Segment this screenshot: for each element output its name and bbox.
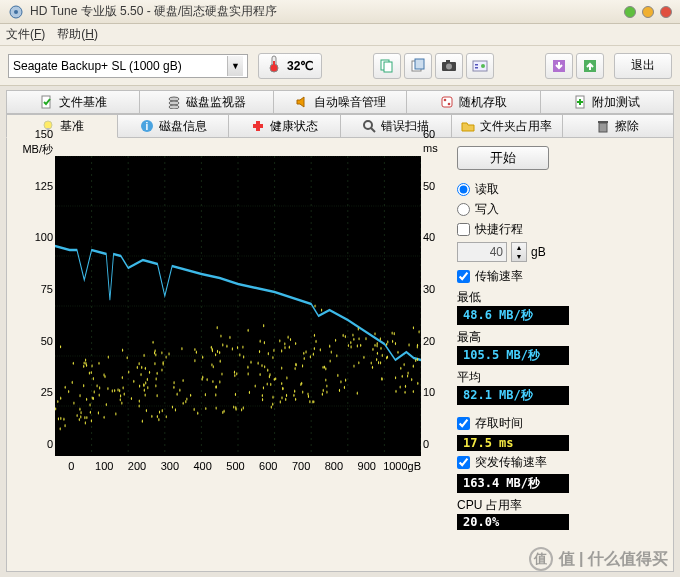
svg-point-86 [139,362,140,365]
svg-point-115 [248,329,249,332]
svg-point-358 [358,361,359,364]
svg-point-271 [262,394,263,397]
access-time-check[interactable]: 存取时间 [457,415,665,432]
exit-button[interactable]: 退出 [614,53,672,79]
svg-point-190 [285,398,286,401]
svg-point-160 [263,324,264,327]
svg-point-237 [413,390,414,393]
svg-point-71 [215,353,216,356]
svg-point-10 [446,63,452,69]
screenshot-button[interactable] [435,53,463,79]
svg-point-246 [353,338,354,341]
svg-point-348 [223,410,224,413]
svg-rect-4 [273,61,275,68]
svg-point-188 [344,386,345,389]
svg-point-241 [90,411,91,414]
svg-point-102 [98,362,99,365]
svg-point-219 [417,382,418,385]
svg-point-281 [161,351,162,354]
magnifier-icon [362,119,376,133]
shortstroke-check[interactable]: 快捷行程 [457,221,665,238]
svg-point-52 [83,365,84,368]
svg-point-161 [280,400,281,403]
svg-point-279 [411,378,412,381]
tab-extra-tests[interactable]: 附加测试 [541,90,674,114]
copy-screenshot-button[interactable] [404,53,432,79]
svg-point-50 [234,371,235,374]
svg-point-146 [219,351,220,354]
tab-file-benchmark[interactable]: 文件基准 [6,90,140,114]
svg-point-97 [152,341,153,344]
svg-point-320 [407,374,408,377]
svg-point-99 [166,415,167,418]
svg-point-20 [169,101,179,105]
svg-point-138 [156,377,157,380]
minimize-button[interactable] [624,6,636,18]
svg-point-247 [281,396,282,399]
tab-erase[interactable]: 擦除 [563,114,674,138]
svg-point-298 [242,346,243,349]
tab-benchmark[interactable]: 基准 [6,114,118,138]
drive-select[interactable]: Seagate Backup+ SL (1000 gB) ▼ [8,54,248,78]
svg-point-213 [358,327,359,330]
tab-disk-monitor[interactable]: 磁盘监视器 [140,90,273,114]
svg-point-139 [314,334,315,337]
svg-point-64 [84,361,85,364]
svg-point-282 [89,403,90,406]
svg-point-72 [215,393,216,396]
tab-folder-usage[interactable]: 文件夹占用率 [452,114,563,138]
svg-point-335 [405,385,406,388]
max-label: 最高 [457,329,665,346]
svg-point-345 [154,362,155,365]
svg-point-135 [408,371,409,374]
copy-info-button[interactable] [373,53,401,79]
svg-point-284 [157,415,158,418]
svg-point-322 [241,408,242,411]
svg-point-154 [234,374,235,377]
svg-point-111 [217,350,218,353]
svg-point-325 [413,365,414,368]
svg-point-337 [267,369,268,372]
svg-point-79 [404,391,405,394]
svg-point-170 [92,396,93,399]
save-button[interactable] [545,53,573,79]
svg-point-96 [395,342,396,345]
svg-point-352 [141,366,142,369]
maximize-button[interactable] [642,6,654,18]
burst-rate-check[interactable]: 突发传输速率 [457,454,665,471]
load-button[interactable] [576,53,604,79]
tab-random-access[interactable]: 随机存取 [407,90,540,114]
transfer-rate-check[interactable]: 传输速率 [457,268,665,285]
svg-point-318 [296,363,297,366]
svg-point-145 [392,340,393,343]
shortstroke-spinner[interactable]: ▲▼ [511,242,527,262]
svg-point-249 [243,355,244,358]
svg-point-275 [282,387,283,390]
svg-point-177 [137,366,138,369]
svg-point-319 [336,354,337,357]
svg-point-21 [169,105,179,109]
shortstroke-input[interactable] [457,242,507,262]
write-radio[interactable]: 写入 [457,201,665,218]
menu-file[interactable]: 文件(F) [6,26,45,43]
svg-point-93 [86,398,87,401]
read-radio[interactable]: 读取 [457,181,665,198]
svg-rect-11 [446,60,450,63]
svg-point-328 [211,346,212,349]
svg-point-225 [80,415,81,418]
menu-help[interactable]: 帮助(H) [57,26,98,43]
svg-point-95 [220,360,221,363]
svg-point-362 [79,408,80,411]
svg-point-269 [307,392,308,395]
svg-point-23 [444,99,447,102]
tab-aam[interactable]: 自动噪音管理 [274,90,407,114]
svg-point-175 [212,380,213,383]
settings-button[interactable] [466,53,494,79]
svg-point-305 [149,371,150,374]
start-button[interactable]: 开始 [457,146,549,170]
svg-point-210 [179,389,180,392]
close-button[interactable] [660,6,672,18]
svg-point-179 [220,334,221,337]
tab-health[interactable]: 健康状态 [229,114,340,138]
tab-disk-info[interactable]: i 磁盘信息 [118,114,229,138]
